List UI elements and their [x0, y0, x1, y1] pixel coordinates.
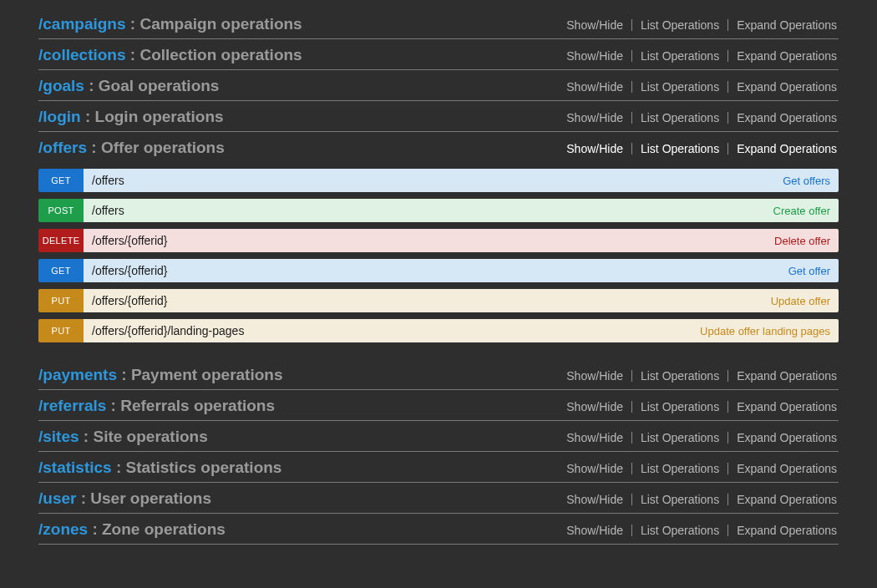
section-title[interactable]: /referrals : Referrals operations: [38, 397, 275, 415]
resource-description: Collection operations: [139, 46, 302, 63]
list-operations-link[interactable]: List Operations: [639, 111, 721, 124]
expand-operations-link[interactable]: Expand Operations: [735, 400, 839, 413]
section-title[interactable]: /login : Login operations: [38, 108, 224, 126]
expand-operations-link[interactable]: Expand Operations: [735, 80, 839, 94]
list-operations-link[interactable]: List Operations: [639, 493, 721, 506]
section-header: /user : User operationsShow/HideList Ope…: [38, 483, 839, 513]
expand-operations-link[interactable]: Expand Operations: [735, 111, 839, 124]
section-title[interactable]: /goals : Goal operations: [38, 77, 219, 95]
list-operations-link[interactable]: List Operations: [639, 369, 721, 383]
show-hide-link[interactable]: Show/Hide: [565, 369, 625, 383]
section-actions: Show/HideList OperationsExpand Operation…: [565, 524, 839, 537]
list-operations-link[interactable]: List Operations: [639, 142, 721, 155]
section-header: /payments : Payment operationsShow/HideL…: [38, 359, 839, 389]
operation-row[interactable]: GET/offers/{offerid}Get offer: [38, 259, 839, 282]
expand-operations-link[interactable]: Expand Operations: [735, 142, 839, 155]
section-header: /campaigns : Campaign operationsShow/Hid…: [38, 8, 839, 38]
resource-description: Statistics operations: [126, 459, 282, 476]
section-actions: Show/HideList OperationsExpand Operation…: [565, 431, 839, 444]
resource-path: /campaigns: [38, 15, 126, 33]
colon: :: [76, 489, 90, 507]
list-operations-link[interactable]: List Operations: [639, 524, 721, 537]
expand-operations-link[interactable]: Expand Operations: [735, 462, 839, 475]
separator: [727, 143, 728, 155]
operation-body: /offers/{offerid}Update offer: [84, 289, 839, 312]
operation-row[interactable]: DELETE/offers/{offerid}Delete offer: [38, 229, 839, 252]
section-header: /referrals : Referrals operationsShow/Hi…: [38, 390, 839, 420]
operation-row[interactable]: PUT/offers/{offerid}/landing-pagesUpdate…: [38, 319, 839, 342]
resource-description: User operations: [90, 489, 211, 507]
section-title[interactable]: /user : User operations: [38, 489, 211, 508]
section-title[interactable]: /collections : Collection operations: [38, 46, 302, 64]
http-method-badge: DELETE: [38, 229, 84, 252]
resource-path: /zones: [38, 520, 88, 538]
resource-path: /referrals: [38, 397, 106, 414]
section-title[interactable]: /statistics : Statistics operations: [38, 459, 281, 477]
operation-body: /offers/{offerid}/landing-pagesUpdate of…: [84, 319, 839, 342]
separator: [631, 432, 632, 444]
operation-description: Get offers: [783, 175, 830, 187]
http-method-badge: GET: [38, 259, 84, 282]
resource-path: /user: [38, 489, 76, 507]
section-title[interactable]: /sites : Site operations: [38, 428, 208, 446]
operation-path: /offers/{offerid}: [92, 264, 168, 277]
expand-operations-link[interactable]: Expand Operations: [735, 431, 839, 444]
expand-operations-link[interactable]: Expand Operations: [735, 18, 839, 32]
list-operations-link[interactable]: List Operations: [639, 80, 721, 94]
section-actions: Show/HideList OperationsExpand Operation…: [565, 369, 839, 383]
show-hide-link[interactable]: Show/Hide: [565, 493, 625, 506]
resource-section: /goals : Goal operationsShow/HideList Op…: [38, 70, 839, 101]
operation-path: /offers/{offerid}: [92, 234, 168, 247]
operation-row[interactable]: GET/offersGet offers: [38, 169, 839, 192]
show-hide-link[interactable]: Show/Hide: [565, 111, 625, 124]
expand-operations-link[interactable]: Expand Operations: [735, 49, 839, 63]
show-hide-link[interactable]: Show/Hide: [565, 80, 625, 94]
show-hide-link[interactable]: Show/Hide: [565, 431, 625, 444]
show-hide-link[interactable]: Show/Hide: [565, 142, 625, 155]
colon: :: [126, 46, 140, 63]
show-hide-link[interactable]: Show/Hide: [565, 400, 625, 413]
expand-operations-link[interactable]: Expand Operations: [735, 524, 839, 537]
resource-description: Campaign operations: [139, 15, 302, 33]
operation-row[interactable]: PUT/offers/{offerid}Update offer: [38, 289, 839, 312]
separator: [631, 19, 632, 31]
expand-operations-link[interactable]: Expand Operations: [735, 493, 839, 506]
section-actions: Show/HideList OperationsExpand Operation…: [565, 142, 839, 155]
resource-description: Zone operations: [102, 520, 226, 538]
show-hide-link[interactable]: Show/Hide: [565, 18, 625, 32]
operation-description: Delete offer: [774, 235, 830, 247]
separator: [727, 401, 728, 413]
separator: [631, 50, 632, 62]
section-header: /login : Login operationsShow/HideList O…: [38, 101, 839, 131]
operation-description: Update offer landing pages: [700, 325, 830, 337]
section-title[interactable]: /campaigns : Campaign operations: [38, 15, 302, 33]
operation-row[interactable]: POST/offersCreate offer: [38, 199, 839, 222]
list-operations-link[interactable]: List Operations: [639, 18, 721, 32]
separator: [631, 370, 632, 382]
separator: [727, 463, 728, 474]
separator: [727, 112, 728, 124]
list-operations-link[interactable]: List Operations: [639, 431, 721, 444]
resource-section: /referrals : Referrals operationsShow/Hi…: [38, 390, 839, 421]
section-title[interactable]: /offers : Offer operations: [38, 139, 225, 157]
list-operations-link[interactable]: List Operations: [639, 49, 721, 63]
separator: [631, 81, 632, 93]
separator: [631, 494, 632, 505]
list-operations-link[interactable]: List Operations: [639, 400, 721, 413]
separator: [631, 401, 632, 413]
resource-section: /sites : Site operationsShow/HideList Op…: [38, 421, 839, 452]
section-title[interactable]: /zones : Zone operations: [38, 520, 226, 539]
show-hide-link[interactable]: Show/Hide: [565, 49, 625, 63]
show-hide-link[interactable]: Show/Hide: [565, 524, 625, 537]
list-operations-link[interactable]: List Operations: [639, 462, 721, 475]
http-method-badge: GET: [38, 169, 84, 192]
expand-operations-link[interactable]: Expand Operations: [735, 369, 839, 383]
show-hide-link[interactable]: Show/Hide: [565, 462, 625, 475]
operation-description: Create offer: [773, 205, 830, 217]
colon: :: [117, 366, 131, 383]
section-header: /goals : Goal operationsShow/HideList Op…: [38, 70, 839, 100]
colon: :: [79, 428, 94, 445]
section-title[interactable]: /payments : Payment operations: [38, 366, 282, 384]
operation-body: /offers/{offerid}Delete offer: [84, 229, 839, 252]
resource-description: Referrals operations: [120, 397, 275, 414]
